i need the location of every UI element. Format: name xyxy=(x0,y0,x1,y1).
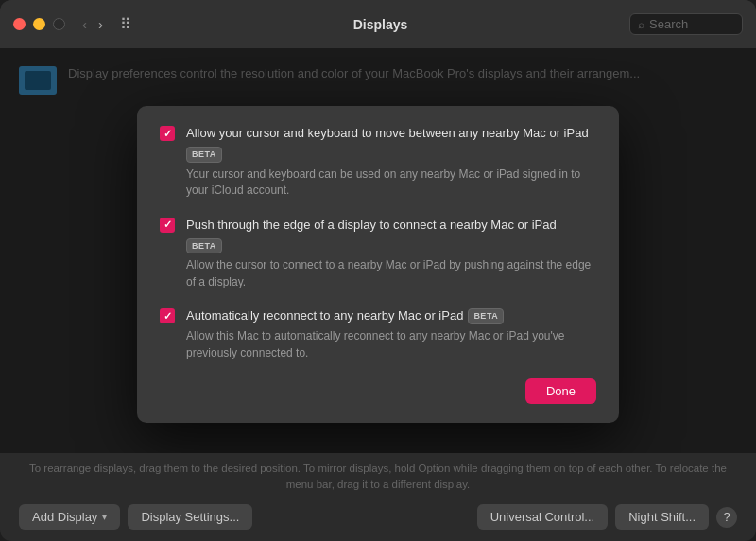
chevron-down-icon: ▾ xyxy=(102,512,107,522)
option-desc-reconnect: Allow this Mac to automatically reconnec… xyxy=(186,328,596,361)
add-display-button[interactable]: Add Display ▾ xyxy=(19,504,120,530)
bottom-hint: To rearrange displays, drag them to the … xyxy=(19,461,737,494)
main-window: ‹ › ⠿ Displays ⌕ Search Display preferen… xyxy=(0,0,756,541)
option-desc-cursor: Your cursor and keyboard can be used on … xyxy=(186,166,596,200)
option-title-cursor: Allow your cursor and keyboard to move b… xyxy=(186,125,596,163)
content-area: Display preferences control the resoluti… xyxy=(0,49,756,453)
grid-icon: ⠿ xyxy=(120,15,131,33)
option-row-cursor: ✓ Allow your cursor and keyboard to move… xyxy=(160,125,596,200)
bottom-area: To rearrange displays, drag them to the … xyxy=(0,453,756,542)
beta-badge-push: BETA xyxy=(186,238,222,254)
option-title-reconnect: Automatically reconnect to any nearby Ma… xyxy=(186,307,596,324)
titlebar: ‹ › ⠿ Displays ⌕ Search xyxy=(0,0,756,49)
back-arrow-icon[interactable]: ‹ xyxy=(78,14,91,34)
option-content-push: Push through the edge of a display to co… xyxy=(186,217,596,291)
checkmark-icon: ✓ xyxy=(163,128,172,140)
checkbox-reconnect[interactable]: ✓ xyxy=(160,308,175,323)
add-display-label: Add Display xyxy=(32,510,97,524)
night-shift-button[interactable]: Night Shift... xyxy=(615,504,709,530)
help-button[interactable]: ? xyxy=(716,507,737,528)
display-settings-button[interactable]: Display Settings... xyxy=(128,504,252,530)
universal-control-label: Universal Control... xyxy=(490,510,595,524)
nav-arrows: ‹ › xyxy=(78,14,107,34)
option-content-cursor: Allow your cursor and keyboard to move b… xyxy=(186,125,596,200)
universal-control-button[interactable]: Universal Control... xyxy=(477,504,609,530)
display-settings-label: Display Settings... xyxy=(141,510,239,524)
beta-badge-cursor: BETA xyxy=(186,147,222,163)
traffic-lights xyxy=(13,18,65,30)
overlay-panel: ✓ Allow your cursor and keyboard to move… xyxy=(137,106,619,423)
minimize-button[interactable] xyxy=(33,18,45,30)
checkbox-push[interactable]: ✓ xyxy=(160,218,175,233)
checkmark-icon-reconnect: ✓ xyxy=(163,310,172,323)
done-row: Done xyxy=(160,378,596,404)
beta-badge-reconnect: BETA xyxy=(468,308,504,324)
option-row-reconnect: ✓ Automatically reconnect to any nearby … xyxy=(160,307,596,361)
option-title-push: Push through the edge of a display to co… xyxy=(186,217,596,254)
forward-arrow-icon[interactable]: › xyxy=(94,14,107,34)
option-row-push: ✓ Push through the edge of a display to … xyxy=(160,217,596,291)
option-desc-push: Allow the cursor to connect to a nearby … xyxy=(186,257,596,290)
help-icon: ? xyxy=(723,510,730,524)
night-shift-label: Night Shift... xyxy=(628,510,696,524)
checkmark-icon-push: ✓ xyxy=(163,218,172,231)
checkbox-cursor[interactable]: ✓ xyxy=(160,126,175,141)
option-content-reconnect: Automatically reconnect to any nearby Ma… xyxy=(186,307,596,361)
search-icon: ⌕ xyxy=(638,18,644,31)
maximize-button[interactable] xyxy=(53,18,65,30)
bottom-buttons: Add Display ▾ Display Settings... Univer… xyxy=(19,504,737,530)
search-bar[interactable]: ⌕ Search xyxy=(629,13,743,35)
close-button[interactable] xyxy=(13,18,26,30)
window-title: Displays xyxy=(139,17,622,32)
done-button[interactable]: Done xyxy=(525,378,596,404)
search-placeholder: Search xyxy=(649,17,688,31)
